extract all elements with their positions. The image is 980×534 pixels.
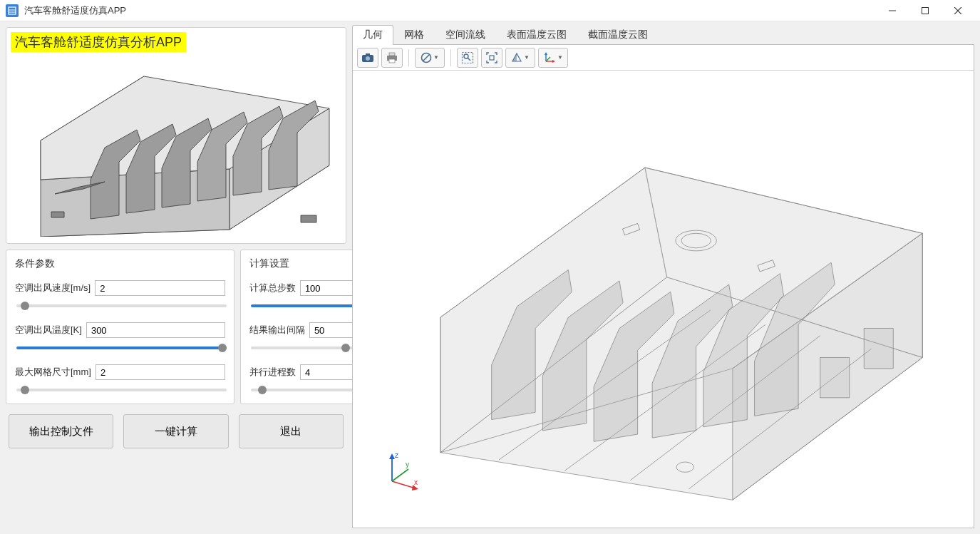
maximize-icon: [922, 7, 929, 14]
window-close-button[interactable]: [942, 0, 974, 21]
window-title: 汽车客舱舒适度仿真APP: [24, 4, 876, 17]
svg-rect-0: [9, 7, 16, 14]
minimize-icon: [889, 7, 896, 14]
window-maximize-button[interactable]: [909, 0, 942, 21]
titlebar: 汽车客舱舒适度仿真APP: [0, 0, 980, 21]
svg-rect-4: [922, 7, 929, 14]
window-minimize-button[interactable]: [876, 0, 909, 21]
app-icon: [6, 4, 19, 17]
close-icon: [954, 7, 961, 14]
